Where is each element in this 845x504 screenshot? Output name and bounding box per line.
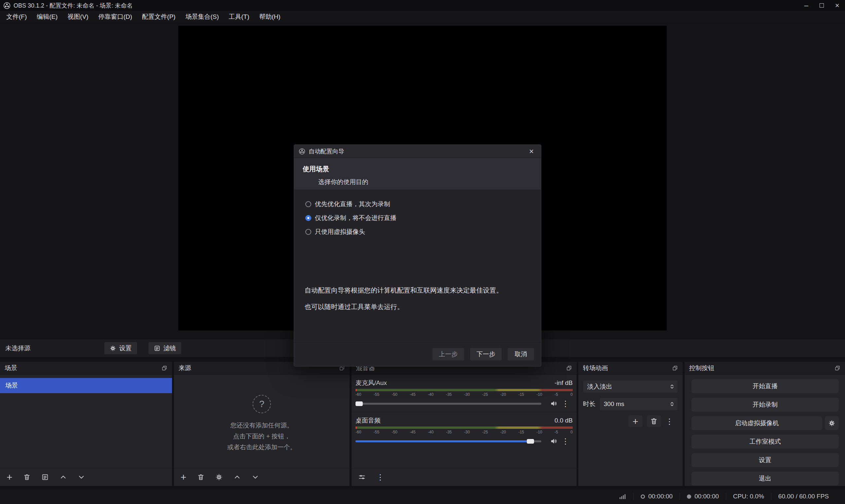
scenes-list: 场景: [0, 378, 172, 393]
trash-icon: [23, 473, 31, 481]
menu-view[interactable]: 视图(V): [63, 11, 93, 23]
option-streaming-priority[interactable]: 优先优化直播，其次为录制: [305, 199, 397, 209]
channel-level: -inf dB: [554, 379, 573, 386]
chevron-up-icon: [233, 473, 241, 481]
channel-name: 麦克风/Aux: [355, 379, 387, 387]
menu-edit[interactable]: 编辑(E): [32, 11, 63, 23]
wizard-heading: 使用场景: [303, 165, 541, 174]
start-streaming-button[interactable]: 开始直播: [691, 379, 839, 393]
cancel-button[interactable]: 取消: [507, 348, 534, 361]
dock-icon[interactable]: [566, 365, 572, 371]
move-scene-up-button[interactable]: [59, 473, 67, 481]
close-icon: ×: [835, 1, 839, 10]
maximize-icon: [820, 3, 824, 7]
wizard-description: 自动配置向导将根据您的计算机配置和互联网速度来决定最佳设置。 也可以随时通过工具…: [305, 286, 503, 319]
channel-options-button[interactable]: ⋮: [561, 400, 569, 407]
next-button[interactable]: 下一步: [470, 348, 502, 361]
minimize-button[interactable]: –: [798, 0, 814, 11]
menu-tools[interactable]: 工具(T): [224, 11, 254, 23]
move-source-down-button[interactable]: [251, 473, 259, 481]
radio-icon[interactable]: [305, 215, 311, 221]
radio-icon[interactable]: [305, 201, 311, 207]
controls-panel-header: 控制按钮: [685, 362, 845, 375]
chevron-up-icon: [59, 473, 67, 481]
sources-empty-state[interactable]: ? 您还没有添加任何源。 点击下面的 + 按钮， 或者右击此处添加一个。: [174, 395, 350, 452]
trash-icon: [197, 473, 205, 481]
scenes-panel: 场景 场景 +: [0, 362, 172, 486]
add-source-button[interactable]: +: [180, 473, 187, 481]
remove-transition-button[interactable]: [647, 415, 661, 427]
back-button[interactable]: 上一步: [432, 348, 464, 361]
remove-scene-button[interactable]: [23, 473, 31, 481]
dialog-close-button[interactable]: ×: [527, 147, 536, 156]
transition-select[interactable]: 淡入淡出: [583, 380, 678, 393]
speaker-icon: [550, 437, 558, 445]
mute-button[interactable]: [550, 400, 558, 407]
move-source-up-button[interactable]: [233, 473, 241, 481]
radio-icon[interactable]: [305, 229, 311, 235]
stream-time: 00:00:00: [694, 493, 719, 500]
menu-help[interactable]: 帮助(H): [254, 11, 285, 23]
dock-icon[interactable]: [161, 365, 168, 371]
mixer-channel-mic: 麦克风/Aux -inf dB -60-55-50-45-40-35-30-25…: [352, 375, 577, 412]
fps-indicator: 60.00 / 60.00 FPS: [778, 493, 829, 500]
option-virtual-camera-only[interactable]: 只使用虚拟摄像头: [305, 227, 397, 236]
menu-profile[interactable]: 配置文件(P): [137, 11, 180, 23]
add-scene-button[interactable]: +: [6, 473, 13, 481]
dock-icon[interactable]: [834, 365, 840, 371]
start-virtual-camera-button[interactable]: 启动虚拟摄像机: [691, 416, 822, 430]
transition-options-button[interactable]: ⋮: [666, 418, 673, 425]
menu-file[interactable]: 文件(F): [1, 11, 32, 23]
volume-slider[interactable]: [355, 403, 541, 405]
sources-empty-line: 或者右击此处添加一个。: [174, 442, 350, 452]
dock-icon[interactable]: [672, 365, 678, 371]
scenes-toolbar: +: [0, 468, 172, 486]
channel-options-button[interactable]: ⋮: [561, 437, 569, 445]
move-scene-down-button[interactable]: [77, 473, 85, 481]
sliders-icon: [358, 473, 366, 481]
source-properties-toolbar-button[interactable]: [215, 473, 223, 481]
volume-slider[interactable]: [355, 440, 541, 442]
mixer-toolbar: ⋮: [352, 468, 577, 486]
status-bar: 00:00:00 00:00:00 CPU: 0.0% 60.00 / 60.0…: [0, 489, 845, 504]
scene-filters-button[interactable]: [41, 473, 49, 481]
maximize-button[interactable]: [814, 0, 829, 11]
stream-indicator-icon: [687, 494, 691, 499]
add-transition-button[interactable]: +: [629, 415, 642, 427]
question-icon: ?: [252, 395, 271, 413]
minimize-icon: –: [804, 1, 808, 10]
obs-logo-icon: [3, 2, 11, 9]
source-properties-button[interactable]: 设置: [104, 342, 137, 354]
slider-handle[interactable]: [527, 439, 534, 444]
start-recording-button[interactable]: 开始录制: [691, 398, 839, 412]
source-filters-button[interactable]: 滤镜: [148, 342, 181, 354]
scene-item-label: 场景: [5, 381, 18, 390]
option-recording-only[interactable]: 仅优化录制，将不会进行直播: [305, 213, 397, 223]
plus-icon: +: [180, 473, 187, 481]
exit-button[interactable]: 退出: [691, 472, 839, 486]
slider-handle[interactable]: [355, 401, 363, 406]
menu-docks[interactable]: 停靠窗口(D): [93, 11, 137, 23]
gear-icon: [110, 345, 116, 352]
menu-scene-collection[interactable]: 场景集合(S): [180, 11, 224, 23]
duration-input[interactable]: 300 ms: [599, 397, 678, 411]
studio-mode-button[interactable]: 工作室模式: [691, 435, 839, 449]
sources-empty-line: 点击下面的 + 按钮，: [174, 431, 350, 442]
advanced-audio-button[interactable]: [358, 473, 366, 481]
scene-list-item[interactable]: 场景: [0, 378, 172, 393]
virtual-camera-settings-button[interactable]: [825, 416, 839, 430]
trash-icon: [650, 417, 658, 425]
option-label: 只使用虚拟摄像头: [315, 228, 365, 236]
wizard-subheading: 选择你的使用目的: [318, 178, 541, 186]
dialog-titlebar: 自动配置向导 ×: [294, 145, 541, 158]
meter-scale: -60-55-50-45-40-35-30-25-20-15-10-50: [355, 430, 573, 434]
remove-source-button[interactable]: [197, 473, 205, 481]
mute-button[interactable]: [550, 437, 558, 445]
close-button[interactable]: ×: [829, 0, 845, 11]
controls-panel: 控制按钮 开始直播 开始录制 启动虚拟摄像机 工作室模式 设置 退出: [685, 362, 845, 486]
settings-button[interactable]: 设置: [691, 453, 839, 467]
obs-logo-icon: [299, 148, 305, 155]
mixer-options-button[interactable]: ⋮: [376, 473, 384, 481]
volume-meter: [355, 389, 573, 391]
window-title: OBS 30.1.2 - 配置文件: 未命名 - 场景: 未命名: [14, 2, 133, 10]
